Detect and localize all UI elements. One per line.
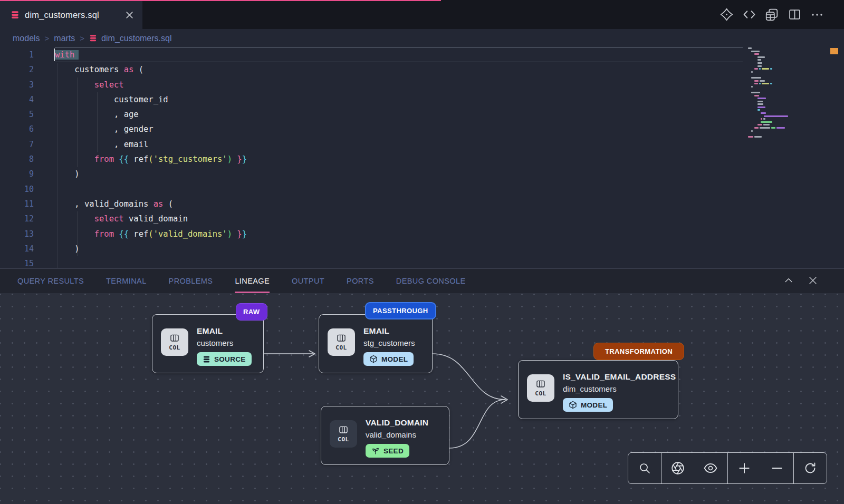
code-line[interactable]: 15: [0, 256, 844, 268]
dbt-logo-icon[interactable]: [720, 8, 733, 22]
line-number: 1: [0, 47, 55, 62]
line-number: 5: [0, 107, 55, 122]
breadcrumb-marts[interactable]: marts: [54, 34, 75, 43]
lineage-node-customers[interactable]: COLEMAILcustomersSOURCE: [152, 314, 264, 373]
code-text: , gender: [55, 122, 154, 137]
node-column-name: EMAIL: [197, 326, 252, 336]
code-icon[interactable]: [742, 8, 756, 22]
category-badge-transformation: TRANSFORMATION: [593, 343, 684, 360]
code-line[interactable]: 13 from {{ ref('valid_domains') }}: [0, 227, 844, 241]
code-line[interactable]: 2 customers as (: [0, 62, 844, 77]
node-column-name: IS_VALID_EMAIL_ADDRESS: [563, 372, 676, 382]
close-icon[interactable]: [807, 275, 819, 286]
cube-icon: [569, 401, 577, 409]
code-line[interactable]: 10: [0, 182, 844, 197]
line-number: 4: [0, 92, 55, 107]
node-type-badge: MODEL: [363, 352, 414, 366]
panel-tab-query-results[interactable]: QUERY RESULTS: [17, 268, 84, 293]
code-text: select valid_domain: [55, 211, 188, 226]
code-text: with: [55, 47, 79, 62]
tab-close-icon[interactable]: [123, 9, 135, 21]
editor-actions: [720, 0, 824, 29]
breadcrumb-file[interactable]: dim_customers.sql: [89, 34, 171, 43]
node-type-badge: SOURCE: [197, 352, 252, 366]
lineage-canvas[interactable]: RAWCOLEMAILcustomersSOURCEPASSTHROUGHCOL…: [0, 293, 844, 504]
code-text: ): [55, 241, 80, 256]
tab-dim-customers-sql[interactable]: dim_customers.sql: [0, 1, 142, 29]
line-number: 15: [0, 256, 55, 268]
node-table-name: stg_customers: [363, 338, 415, 347]
code-line[interactable]: 4 customer_id: [0, 92, 844, 107]
code-line[interactable]: 1with: [0, 47, 844, 62]
code-line[interactable]: 3 select: [0, 77, 844, 92]
panel-tab-lineage[interactable]: LINEAGE: [235, 268, 270, 293]
lineage-node-valid_domains[interactable]: COLVALID_DOMAINvalid_domainsSEED: [321, 406, 449, 465]
panel-tab-debug-console[interactable]: DEBUG CONSOLE: [396, 268, 466, 293]
node-type-badge: MODEL: [563, 398, 613, 412]
code-line[interactable]: 12 select valid_domain: [0, 211, 844, 226]
line-number: 13: [0, 227, 55, 241]
line-number: 11: [0, 197, 55, 211]
node-table-name: valid_domains: [366, 430, 428, 439]
lineage-node-dim_customers[interactable]: COLIS_VALID_EMAIL_ADDRESSdim_customersMO…: [518, 360, 678, 419]
copy-table-icon[interactable]: [765, 8, 779, 22]
panel-tab-ports[interactable]: PORTS: [347, 268, 374, 293]
indent-guide: [77, 77, 78, 167]
chip-label: COL: [335, 344, 347, 351]
more-icon[interactable]: [810, 8, 824, 22]
aperture-icon[interactable]: [666, 457, 689, 480]
lineage-node-stg_customers[interactable]: COLEMAILstg_customersMODEL: [319, 314, 433, 373]
minimap[interactable]: [748, 47, 814, 153]
code-text: ): [55, 167, 80, 181]
panel-tab-terminal[interactable]: TERMINAL: [106, 268, 147, 293]
seed-icon: [371, 447, 380, 455]
node-type-badge: SEED: [366, 444, 409, 458]
code-text: , email: [55, 137, 148, 152]
panel-tab-bar: QUERY RESULTSTERMINALPROBLEMSLINEAGEOUTP…: [0, 268, 844, 293]
line-number: 12: [0, 211, 55, 226]
zoom-out-icon[interactable]: [765, 457, 789, 480]
node-table-name: dim_customers: [563, 384, 676, 393]
eye-icon[interactable]: [699, 457, 722, 480]
breadcrumb-separator: >: [45, 34, 50, 43]
search-icon[interactable]: [633, 457, 656, 480]
tab-title: dim_customers.sql: [25, 10, 118, 20]
ide-window: dim_customers.sql: [0, 0, 844, 504]
code-editor[interactable]: 1with2 customers as (3 select4 customer_…: [0, 47, 844, 268]
chevron-up-icon[interactable]: [783, 275, 794, 286]
cube-icon: [369, 355, 378, 363]
line-number: 14: [0, 241, 55, 256]
text-cursor: [54, 49, 55, 61]
indent-guide: [57, 63, 57, 268]
category-badge-raw: RAW: [236, 303, 267, 321]
code-line[interactable]: 7 , email: [0, 137, 844, 152]
database-icon: [11, 11, 20, 20]
line-number: 6: [0, 122, 55, 137]
refresh-icon[interactable]: [799, 457, 822, 480]
breadcrumb-models[interactable]: models: [13, 34, 40, 43]
split-editor-icon[interactable]: [788, 8, 801, 22]
code-line[interactable]: 8 from {{ ref('stg_customers') }}: [0, 152, 844, 167]
editor-tab-bar: dim_customers.sql: [0, 0, 844, 29]
node-column-name: EMAIL: [363, 326, 415, 336]
panel-actions: [783, 268, 819, 293]
column-chip: COL: [527, 374, 554, 402]
code-line[interactable]: 5 , age: [0, 107, 844, 122]
code-line[interactable]: 9 ): [0, 167, 844, 181]
code-text: customer_id: [55, 92, 168, 107]
line-number: 9: [0, 167, 55, 181]
zoom-in-icon[interactable]: [733, 457, 756, 480]
panel-tab-problems[interactable]: PROBLEMS: [169, 268, 213, 293]
code-line[interactable]: 11 , valid_domains as (: [0, 197, 844, 211]
database-icon: [89, 34, 97, 42]
column-chip: COL: [161, 328, 188, 356]
panel-tab-output[interactable]: OUTPUT: [292, 268, 324, 293]
overview-ruler-marker: [830, 48, 838, 54]
code-line[interactable]: 6 , gender: [0, 122, 844, 137]
code-line[interactable]: 14 ): [0, 241, 844, 256]
code-text: from {{ ref('valid_domains') }}: [55, 227, 247, 241]
category-badge-passthrough: PASSTHROUGH: [365, 302, 436, 319]
line-number: 10: [0, 182, 55, 197]
code-text: from {{ ref('stg_customers') }}: [55, 152, 247, 167]
chip-label: COL: [338, 436, 349, 443]
